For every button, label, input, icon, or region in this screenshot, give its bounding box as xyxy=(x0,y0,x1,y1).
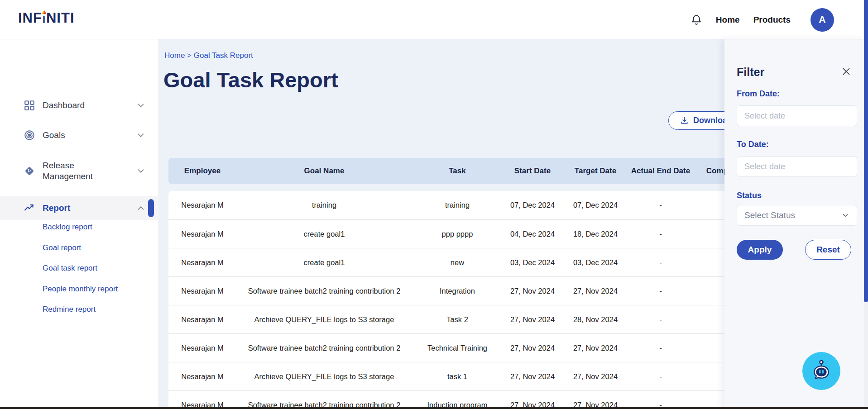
sidebar-item-dashboard[interactable]: Dashboard xyxy=(0,93,159,118)
table-cell: 03, Dec 2024 xyxy=(503,258,562,267)
sidebar-item-release-management[interactable]: Release Management xyxy=(0,155,159,187)
nav-link-home[interactable]: Home xyxy=(716,15,740,25)
navbar-right: Home Products A xyxy=(691,0,834,39)
table-cell: Archieve QUERY_FILE logs to S3 storage xyxy=(236,315,412,324)
table-cell: 27, Nov 2024 xyxy=(503,287,562,295)
table-cell: 27, Nov 2024 xyxy=(562,287,628,295)
sidebar-item-label: Dashboard xyxy=(43,100,115,111)
table-cell: 07, Dec 2024 xyxy=(503,201,562,209)
from-date-input[interactable] xyxy=(737,105,857,126)
table-cell: 27, Nov 2024 xyxy=(503,344,562,352)
logo-part2: NITI xyxy=(46,11,75,25)
table-cell: Nesarajan M xyxy=(168,315,236,324)
page-title: Goal Task Report xyxy=(163,67,338,92)
table-cell: - xyxy=(628,230,693,238)
to-date-input[interactable] xyxy=(737,156,857,177)
chevron-down-icon xyxy=(136,100,146,110)
table-cell: - xyxy=(628,315,693,324)
table-cell: create goal1 xyxy=(236,258,412,267)
table-row[interactable]: Nesarajan MSoftware trainee batch2 train… xyxy=(168,276,748,305)
sidebar-item-label: Release Management xyxy=(43,160,115,182)
table-row[interactable]: Nesarajan Mcreate goal1new03, Dec 202403… xyxy=(168,248,748,276)
table-cell: ppp pppp xyxy=(412,230,503,238)
table-cell: 28, Nov 2024 xyxy=(562,315,628,324)
breadcrumb-separator: > xyxy=(187,51,192,60)
table-cell: 27, Nov 2024 xyxy=(562,372,628,381)
table-cell: Nesarajan M xyxy=(168,258,236,267)
table-cell: - xyxy=(628,372,693,381)
table-cell: training xyxy=(412,201,503,209)
sidebar-subitem-backlog-report[interactable]: Backlog report xyxy=(43,223,92,232)
table-cell: 18, Dec 2024 xyxy=(562,230,628,238)
release-icon xyxy=(24,165,35,177)
breadcrumb-current[interactable]: Goal Task Report xyxy=(194,51,253,60)
chevron-down-icon xyxy=(136,130,146,140)
nav-link-products[interactable]: Products xyxy=(753,15,791,25)
from-date-label: From Date: xyxy=(737,89,780,99)
table-cell: Integration xyxy=(412,287,503,295)
chatbot-robot-icon xyxy=(810,360,833,382)
table-cell: 03, Dec 2024 xyxy=(562,258,628,267)
table-cell: Task 2 xyxy=(412,315,503,324)
logo-accent-letter: I xyxy=(43,15,46,25)
table-cell: 27, Nov 2024 xyxy=(562,344,628,352)
sidebar-subitem-redmine-report[interactable]: Redmine report xyxy=(43,305,96,314)
table-row[interactable]: Nesarajan Mtrainingtraining07, Dec 20240… xyxy=(168,191,748,219)
close-icon[interactable] xyxy=(841,67,851,76)
table-cell: Nesarajan M xyxy=(168,287,236,295)
table-cell: Nesarajan M xyxy=(168,344,236,352)
table-cell: 04, Dec 2024 xyxy=(503,230,562,238)
breadcrumb: Home > Goal Task Report xyxy=(164,51,253,60)
sidebar: Dashboard Goals Release Management Repor… xyxy=(0,39,159,409)
sidebar-item-goals[interactable]: Goals xyxy=(0,123,159,147)
table-cell: Nesarajan M xyxy=(168,230,236,238)
filter-panel: Filter From Date: To Date: Status Select… xyxy=(724,39,864,409)
to-date-label: To Date: xyxy=(737,140,769,149)
goal-task-table: EmployeeGoal NameTaskStart DateTarget Da… xyxy=(168,158,748,409)
column-header: Start Date xyxy=(503,166,562,176)
table-cell: Archieve QUERY_FILE logs to S3 storage xyxy=(236,372,412,381)
breadcrumb-home-link[interactable]: Home xyxy=(164,51,185,60)
user-avatar[interactable]: A xyxy=(810,8,834,32)
table-header-row: EmployeeGoal NameTaskStart DateTarget Da… xyxy=(168,158,748,184)
sidebar-item-report[interactable]: Report xyxy=(0,196,159,220)
chatbot-button[interactable] xyxy=(802,352,840,390)
table-cell: Nesarajan M xyxy=(168,372,236,381)
chevron-up-icon xyxy=(136,203,146,213)
table-row[interactable]: Nesarajan MArchieve QUERY_FILE logs to S… xyxy=(168,362,748,390)
chevron-down-icon xyxy=(841,211,849,219)
table-cell: - xyxy=(628,344,693,352)
top-navbar: INFINITI Home Products A xyxy=(0,0,868,39)
table-row[interactable]: Nesarajan MSoftware trainee batch2 train… xyxy=(168,333,748,362)
filter-panel-title: Filter xyxy=(737,66,764,79)
status-label: Status xyxy=(737,191,762,200)
table-row[interactable]: Nesarajan MArchieve QUERY_FILE logs to S… xyxy=(168,305,748,333)
sidebar-subitem-goal-task-report[interactable]: Goal task report xyxy=(43,264,97,273)
notification-bell-icon[interactable] xyxy=(691,14,702,26)
sidebar-subitem-goal-report[interactable]: Goal report xyxy=(43,243,81,252)
bottom-edge-strip xyxy=(0,407,868,409)
table-cell: 27, Nov 2024 xyxy=(503,372,562,381)
sidebar-subitem-people-monthly-report[interactable]: People monthly report xyxy=(43,285,118,294)
chevron-down-icon xyxy=(136,166,146,176)
sidebar-item-label: Report xyxy=(43,203,115,214)
status-select[interactable]: Select Status xyxy=(737,205,857,226)
table-cell: create goal1 xyxy=(236,230,412,238)
scrollbar-thumb[interactable] xyxy=(864,0,868,302)
table-row[interactable]: Nesarajan MSoftware trainee batch2 train… xyxy=(168,390,748,409)
table-cell: new xyxy=(412,258,503,267)
grid-icon xyxy=(24,100,35,111)
apply-button[interactable]: Apply xyxy=(737,240,783,260)
infiniti-logo[interactable]: INFINITI xyxy=(18,11,75,25)
page-scrollbar xyxy=(864,0,868,409)
column-header: Target Date xyxy=(562,166,628,176)
table-row[interactable]: Nesarajan Mcreate goal1ppp pppp04, Dec 2… xyxy=(168,219,748,248)
reset-button[interactable]: Reset xyxy=(805,240,851,260)
table-cell: - xyxy=(628,287,693,295)
table-cell: 07, Dec 2024 xyxy=(562,201,628,209)
table-cell: - xyxy=(628,201,693,209)
table-cell: Nesarajan M xyxy=(168,201,236,209)
column-header: Employee xyxy=(168,166,236,176)
table-cell: Software trainee batch2 training contrib… xyxy=(236,287,412,295)
target-icon xyxy=(24,129,35,141)
